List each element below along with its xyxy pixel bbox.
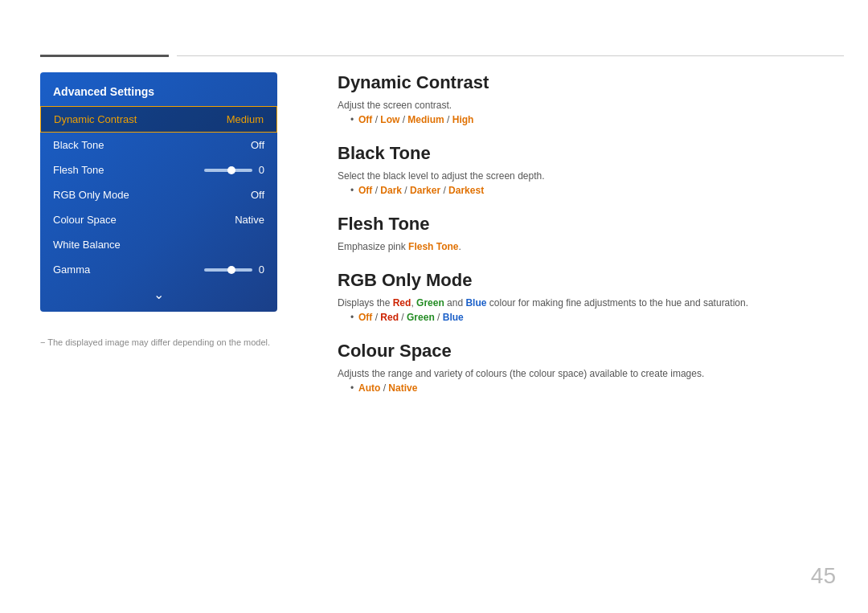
sidebar-item-rgb-only-mode[interactable]: RGB Only Mode Off xyxy=(40,182,277,207)
main-content: Dynamic Contrast Adjust the screen contr… xyxy=(338,72,836,411)
sidebar-panel: Advanced Settings Dynamic Contrast Mediu… xyxy=(40,72,277,312)
sidebar-item-white-balance[interactable]: White Balance xyxy=(40,232,277,257)
sidebar-item-value-dynamic-contrast: Medium xyxy=(227,113,264,125)
sidebar-item-value-rgb-only-mode: Off xyxy=(251,189,264,201)
sidebar-item-label-dynamic-contrast: Dynamic Contrast xyxy=(54,113,137,125)
opt-blue-opt: Blue xyxy=(443,312,464,323)
opt-low: Low xyxy=(380,114,399,125)
section-title-black-tone: Black Tone xyxy=(338,143,836,164)
opt-auto: Auto xyxy=(358,382,380,394)
gamma-slider-thumb xyxy=(227,266,235,274)
section-title-rgb-only-mode: RGB Only Mode xyxy=(338,270,836,291)
sidebar-item-value-gamma: 0 xyxy=(259,264,264,276)
opt-green-opt: Green xyxy=(407,312,435,323)
sidebar-item-flesh-tone[interactable]: Flesh Tone 0 xyxy=(40,157,277,182)
sidebar-item-label-black-tone: Black Tone xyxy=(53,139,104,151)
option-item-black-tone: Off / Dark / Darker / Darkest xyxy=(350,185,836,196)
sidebar-title: Advanced Settings xyxy=(40,82,277,106)
opt-darker: Darker xyxy=(410,185,440,196)
section-rgb-only-mode: RGB Only Mode Displays the Red, Green an… xyxy=(338,270,836,323)
section-desc-colour-space: Adjusts the range and variety of colours… xyxy=(338,368,836,379)
section-black-tone: Black Tone Select the black level to adj… xyxy=(338,143,836,196)
section-desc-black-tone: Select the black level to adjust the scr… xyxy=(338,170,836,182)
section-flesh-tone: Flesh Tone Emphasize pink Flesh Tone. xyxy=(338,214,836,252)
top-divider xyxy=(40,55,844,57)
section-title-colour-space: Colour Space xyxy=(338,341,836,362)
opt-off-rgb: Off xyxy=(358,312,372,323)
section-title-flesh-tone: Flesh Tone xyxy=(338,214,836,235)
section-desc-flesh-tone: Emphasize pink Flesh Tone. xyxy=(338,241,836,252)
sidebar-item-label-flesh-tone: Flesh Tone xyxy=(53,164,104,176)
sidebar-item-colour-space[interactable]: Colour Space Native xyxy=(40,207,277,232)
flesh-tone-slider-container: 0 xyxy=(204,164,264,176)
opt-red-opt: Red xyxy=(380,312,399,323)
sidebar-item-gamma[interactable]: Gamma 0 xyxy=(40,257,277,282)
sidebar-item-label-white-balance: White Balance xyxy=(53,239,121,251)
footer-note: − The displayed image may differ dependi… xyxy=(40,337,270,347)
opt-high: High xyxy=(452,114,474,125)
section-options-colour-space: Auto / Native xyxy=(338,382,836,394)
flesh-tone-highlight: Flesh Tone xyxy=(408,241,458,252)
section-options-dynamic-contrast: Off / Low / Medium / High xyxy=(338,114,836,125)
section-options-black-tone: Off / Dark / Darker / Darkest xyxy=(338,185,836,196)
opt-green-label: Green xyxy=(416,297,444,309)
opt-darkest: Darkest xyxy=(448,185,484,196)
gamma-slider-container: 0 xyxy=(204,264,264,276)
sidebar-item-value-flesh-tone: 0 xyxy=(259,164,264,176)
option-item-colour-space: Auto / Native xyxy=(350,382,836,394)
sidebar-chevron[interactable]: ⌄ xyxy=(40,282,277,305)
opt-red-label: Red xyxy=(393,297,411,309)
option-item-dynamic-contrast: Off / Low / Medium / High xyxy=(350,114,836,125)
section-dynamic-contrast: Dynamic Contrast Adjust the screen contr… xyxy=(338,72,836,125)
flesh-tone-slider-thumb xyxy=(227,166,235,174)
opt-native: Native xyxy=(388,382,417,394)
sidebar-item-black-tone[interactable]: Black Tone Off xyxy=(40,133,277,157)
opt-off-bt: Off xyxy=(358,185,372,196)
sidebar-item-dynamic-contrast[interactable]: Dynamic Contrast Medium xyxy=(40,106,277,133)
top-line-right xyxy=(177,55,844,56)
section-title-dynamic-contrast: Dynamic Contrast xyxy=(338,72,836,93)
opt-dark: Dark xyxy=(380,185,402,196)
opt-blue-label: Blue xyxy=(465,297,486,309)
option-item-rgb: Off / Red / Green / Blue xyxy=(350,312,836,323)
sidebar-item-value-black-tone: Off xyxy=(251,139,264,151)
section-options-rgb: Off / Red / Green / Blue xyxy=(338,312,836,323)
opt-medium: Medium xyxy=(407,114,444,125)
flesh-tone-slider[interactable] xyxy=(204,169,252,172)
opt-off: Off xyxy=(358,114,372,125)
section-colour-space: Colour Space Adjusts the range and varie… xyxy=(338,341,836,394)
section-desc-dynamic-contrast: Adjust the screen contrast. xyxy=(338,100,836,111)
sidebar-item-label-colour-space: Colour Space xyxy=(53,214,117,226)
section-desc-rgb-only-mode: Displays the Red, Green and Blue colour … xyxy=(338,297,836,309)
page-number: 45 xyxy=(811,563,836,589)
sidebar-item-label-rgb-only-mode: RGB Only Mode xyxy=(53,189,129,201)
top-line-left xyxy=(40,55,169,57)
sidebar-item-value-colour-space: Native xyxy=(235,214,264,226)
gamma-slider[interactable] xyxy=(204,268,252,272)
sidebar-item-label-gamma: Gamma xyxy=(53,264,90,276)
